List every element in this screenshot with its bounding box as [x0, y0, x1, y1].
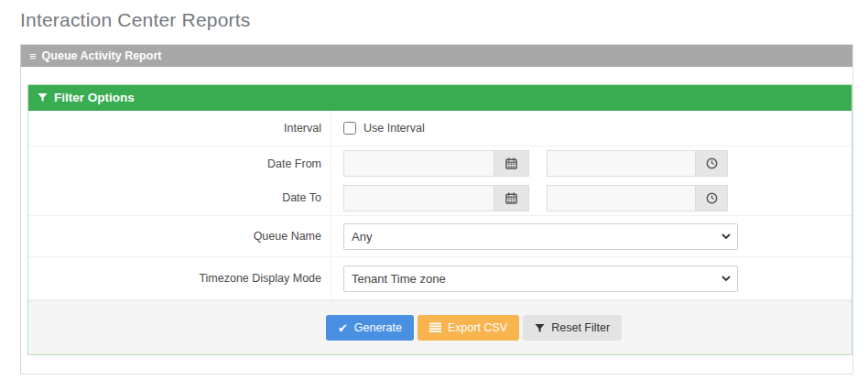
date-to-label: Date To — [28, 180, 331, 215]
queue-name-label: Queue Name — [28, 216, 331, 256]
queue-name-row: Queue Name Any — [28, 216, 852, 257]
interval-row: Interval Use Interval — [28, 111, 852, 146]
filter-icon — [535, 323, 545, 333]
use-interval-option[interactable]: Use Interval — [343, 122, 425, 135]
calendar-icon — [505, 157, 517, 169]
clock-icon — [706, 192, 718, 204]
time-from-clock-button[interactable] — [696, 150, 728, 177]
calendar-icon — [505, 192, 517, 204]
use-interval-label: Use Interval — [363, 122, 425, 135]
reset-filter-button[interactable]: Reset Filter — [523, 315, 622, 341]
filter-icon — [38, 92, 48, 103]
interval-label: Interval — [28, 111, 331, 146]
use-interval-checkbox[interactable] — [343, 122, 356, 135]
filter-options-panel: Filter Options Interval Use Interval Dat… — [27, 84, 852, 355]
date-from-label: Date From — [28, 146, 331, 180]
timezone-label: Timezone Display Mode — [28, 257, 331, 299]
queue-name-select[interactable]: Any — [343, 223, 738, 250]
report-panel-body: Filter Options Interval Use Interval Dat… — [21, 67, 852, 374]
time-from-input[interactable] — [547, 150, 696, 177]
date-to-group — [343, 185, 529, 211]
date-to-row: Date To — [28, 180, 852, 216]
date-from-group — [343, 150, 529, 177]
report-panel: ≡ Queue Activity Report Filter Options I… — [20, 44, 853, 374]
list-icon — [429, 322, 441, 333]
check-icon: ✔ — [338, 322, 348, 334]
time-to-input[interactable] — [547, 185, 696, 211]
filter-footer: ✔ Generate Export CSV Reset Filter — [28, 300, 852, 354]
time-to-group — [547, 185, 728, 211]
hamburger-icon: ≡ — [29, 50, 37, 62]
filter-options-title: Filter Options — [54, 91, 135, 104]
page-title: Interaction Center Reports — [20, 9, 868, 31]
time-from-group — [547, 150, 728, 177]
time-to-clock-button[interactable] — [696, 185, 728, 211]
timezone-select[interactable]: Tenant Time zone — [343, 265, 738, 292]
date-from-calendar-button[interactable] — [494, 150, 529, 177]
date-from-input[interactable] — [343, 150, 494, 177]
filter-options-header[interactable]: Filter Options — [28, 85, 852, 111]
timezone-row: Timezone Display Mode Tenant Time zone — [28, 257, 852, 300]
date-from-row: Date From — [28, 146, 852, 180]
export-csv-button[interactable]: Export CSV — [418, 315, 519, 341]
generate-button[interactable]: ✔ Generate — [326, 315, 414, 341]
date-to-input[interactable] — [343, 185, 494, 211]
report-panel-header[interactable]: ≡ Queue Activity Report — [21, 45, 852, 67]
report-panel-title: Queue Activity Report — [42, 49, 162, 62]
date-to-calendar-button[interactable] — [494, 185, 529, 211]
clock-icon — [706, 157, 718, 169]
